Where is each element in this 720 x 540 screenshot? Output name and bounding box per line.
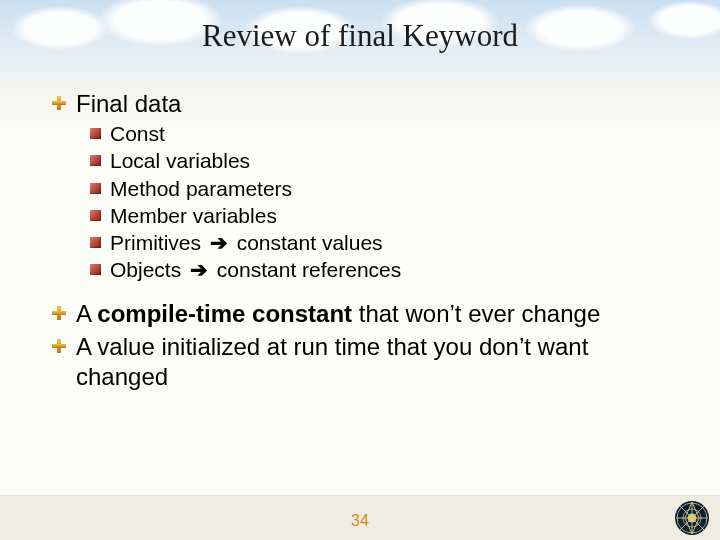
bullet-text: Objects ➔ constant references	[110, 257, 401, 283]
page-number: 34	[0, 512, 720, 530]
bullet-level2: Local variables	[90, 148, 680, 174]
bullet-text: Local variables	[110, 148, 250, 174]
bullet-level1: Final data	[52, 88, 680, 119]
square-bullet-icon	[90, 264, 101, 275]
arrow-icon: ➔	[187, 258, 211, 281]
arrow-icon: ➔	[207, 231, 231, 254]
slide: Review of final Keyword Final data Const…	[0, 0, 720, 540]
bullet-text: A value initialized at run time that you…	[76, 331, 680, 392]
bullet-level2: Const	[90, 121, 680, 147]
bullet-text: Final data	[76, 88, 181, 119]
seal-logo-icon	[674, 500, 710, 536]
bullet-level2: Primitives ➔ constant values	[90, 230, 680, 256]
bullet-level2: Member variables	[90, 203, 680, 229]
square-bullet-icon	[90, 237, 101, 248]
square-bullet-icon	[90, 128, 101, 139]
plus-bullet-icon	[52, 339, 66, 353]
bullet-level1: A compile-time constant that won’t ever …	[52, 298, 680, 329]
square-bullet-icon	[90, 183, 101, 194]
plus-bullet-icon	[52, 96, 66, 110]
slide-title: Review of final Keyword	[0, 18, 720, 54]
square-bullet-icon	[90, 210, 101, 221]
bullet-text: Method parameters	[110, 176, 292, 202]
bullet-text: Const	[110, 121, 165, 147]
bullet-level2: Objects ➔ constant references	[90, 257, 680, 283]
svg-point-11	[688, 514, 697, 523]
square-bullet-icon	[90, 155, 101, 166]
bullet-level2: Method parameters	[90, 176, 680, 202]
bullet-text: Member variables	[110, 203, 277, 229]
bullet-text: A compile-time constant that won’t ever …	[76, 298, 600, 329]
bullet-text: Primitives ➔ constant values	[110, 230, 383, 256]
bullet-level1: A value initialized at run time that you…	[52, 331, 680, 392]
plus-bullet-icon	[52, 306, 66, 320]
content-area: Final data Const Local variables Method …	[52, 88, 680, 394]
